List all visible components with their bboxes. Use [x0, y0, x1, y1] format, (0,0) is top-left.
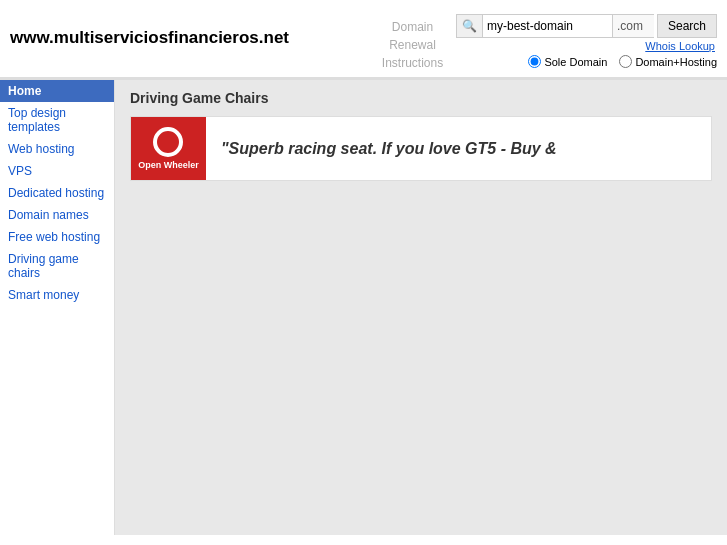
- sidebar-item-home[interactable]: Home: [0, 80, 114, 102]
- site-title-area: www.multiserviciosfinancieros.net: [10, 10, 289, 48]
- sidebar-item-dedicated-hosting[interactable]: Dedicated hosting: [0, 182, 114, 204]
- sole-domain-radio[interactable]: [528, 55, 541, 68]
- ad-logo-wheel: [153, 127, 183, 157]
- sole-domain-label: Sole Domain: [544, 56, 607, 68]
- sidebar-item-web-hosting[interactable]: Web hosting: [0, 138, 114, 160]
- domain-hosting-radio-label[interactable]: Domain+Hosting: [619, 55, 717, 68]
- main-content: Driving Game Chairs Open Wheeler "Superb…: [115, 80, 727, 535]
- sidebar-item-top-design[interactable]: Top design templates: [0, 102, 114, 138]
- header: www.multiserviciosfinancieros.net Domain…: [0, 0, 727, 78]
- sidebar-item-free-web-hosting[interactable]: Free web hosting: [0, 226, 114, 248]
- ad-banner[interactable]: Open Wheeler "Superb racing seat. If you…: [130, 116, 712, 181]
- sidebar-item-vps[interactable]: VPS: [0, 160, 114, 182]
- sidebar-item-domain-names[interactable]: Domain names: [0, 204, 114, 226]
- domain-hosting-radio[interactable]: [619, 55, 632, 68]
- sidebar: Home Top design templates Web hosting VP…: [0, 80, 115, 535]
- layout: Home Top design templates Web hosting VP…: [0, 80, 727, 535]
- search-icon: 🔍: [456, 14, 482, 38]
- ad-logo: Open Wheeler: [131, 116, 206, 181]
- ad-logo-text: Open Wheeler: [138, 160, 199, 170]
- tld-display: .com: [612, 14, 654, 38]
- domain-hosting-label: Domain+Hosting: [635, 56, 717, 68]
- search-row: 🔍 .com Search: [456, 14, 717, 38]
- ad-logo-inner: Open Wheeler: [138, 127, 199, 170]
- site-title: www.multiserviciosfinancieros.net: [10, 28, 289, 48]
- sole-domain-radio-label[interactable]: Sole Domain: [528, 55, 607, 68]
- search-area: 🔍 .com Search Whois Lookup Sole Domain D…: [456, 10, 717, 68]
- sidebar-item-driving-game-chairs[interactable]: Driving game chairs: [0, 248, 114, 284]
- domain-renewal-line3: Instructions: [369, 54, 456, 72]
- domain-renewal-line2: Renewal: [369, 36, 456, 54]
- search-input-container: 🔍 .com: [456, 14, 654, 38]
- whois-link[interactable]: Whois Lookup: [645, 40, 715, 52]
- radio-row: Sole Domain Domain+Hosting: [528, 55, 717, 68]
- ad-text: "Superb racing seat. If you love GT5 - B…: [206, 140, 557, 158]
- search-input[interactable]: [482, 14, 612, 38]
- sidebar-item-smart-money[interactable]: Smart money: [0, 284, 114, 306]
- domain-renewal-box: Domain Renewal Instructions: [369, 10, 456, 72]
- search-button[interactable]: Search: [657, 14, 717, 38]
- page-heading: Driving Game Chairs: [130, 90, 712, 106]
- domain-renewal-line1: Domain: [369, 18, 456, 36]
